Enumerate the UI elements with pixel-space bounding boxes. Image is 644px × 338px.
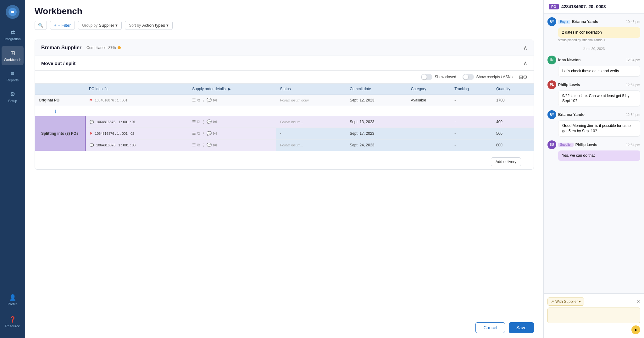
col-row-label: [35, 84, 85, 95]
workbench-icon: ⊞: [10, 50, 15, 57]
reports-icon: ≡: [11, 70, 14, 77]
chat-po-id: 4284184907: 20: 0003: [561, 4, 606, 9]
external-link-icon: ↗: [551, 299, 554, 304]
chat-icon[interactable]: 💬: [207, 131, 212, 136]
chevron-down-icon: ▾: [166, 23, 169, 28]
sidebar-item-workbench[interactable]: ⊞ Workbench: [2, 46, 24, 65]
comment-icon: 💬: [90, 120, 94, 124]
supplier-header[interactable]: Breman Supplier Compliance 87% ∧: [35, 40, 534, 56]
group-by-button[interactable]: Group by Supplier ▾: [78, 21, 122, 30]
chat-panel: PO 4284184907: 20: 0003 BY Buyer Brianna…: [543, 0, 644, 338]
close-chat-button[interactable]: ✕: [636, 299, 640, 304]
col-category: Category: [407, 84, 451, 95]
chat-input[interactable]: [547, 308, 640, 323]
sidebar-item-label: Workbench: [4, 58, 21, 62]
table-header-row: PO identifier Supply order details ▶ Sta…: [35, 84, 534, 95]
show-closed-control: Show closed: [421, 74, 456, 80]
table-settings-button[interactable]: ⊞⚙: [519, 74, 527, 80]
show-receipts-toggle[interactable]: [463, 74, 474, 80]
copy-icon[interactable]: ⧉: [197, 143, 200, 148]
action-icons-cell: ☰ ⧉ ⋮ 💬 ⋈: [188, 95, 276, 106]
save-button[interactable]: Save: [509, 322, 534, 333]
edit-icon[interactable]: ☰: [192, 98, 196, 103]
share-icon[interactable]: ⋈: [213, 98, 217, 103]
compliance-value: 87%: [108, 46, 116, 50]
edit-icon[interactable]: ☰: [192, 119, 196, 124]
role-badge: Buyer: [558, 20, 570, 24]
show-closed-toggle[interactable]: [421, 74, 432, 80]
sidebar-item-label: Setup: [8, 99, 17, 103]
filter-button[interactable]: + + Filter: [50, 21, 75, 30]
sidebar-item-label: Resource: [5, 324, 20, 328]
sidebar-item-profile[interactable]: 👤 Profile: [2, 290, 24, 310]
chat-message: PL Philip Lewis 12:34 pm 9/22 is too lat…: [547, 80, 640, 107]
expand-icon: ▶: [228, 87, 231, 91]
quantity-cell: 500: [492, 128, 534, 139]
sidebar-item-reports[interactable]: ≡ Reports: [2, 67, 24, 86]
date-divider: June 20, 2023: [547, 46, 640, 52]
compliance-dot-icon: [118, 46, 121, 49]
action-header[interactable]: Move out / split ∧: [35, 56, 534, 71]
cancel-button[interactable]: Cancel: [475, 322, 505, 333]
page-title: Workbench: [35, 6, 534, 16]
chat-icon[interactable]: 💬: [207, 119, 212, 124]
search-button[interactable]: 🔍: [35, 21, 47, 30]
copy-icon[interactable]: ⧉: [197, 119, 200, 124]
col-status: Status: [276, 84, 346, 95]
resource-icon: ❓: [9, 316, 16, 323]
chat-input-area: ↗ With Supplier ▾ ✕ ➤: [544, 293, 644, 338]
split-icon[interactable]: ⋮: [201, 131, 205, 136]
message-time: 12:34 pm: [626, 143, 640, 147]
status-cell: -: [276, 128, 346, 139]
chat-message: BY Brianna Yando 12:34 pm Good Morning J…: [547, 110, 640, 137]
chat-message: SU Supplier Philip Lewis 12:34 pm Yes, w…: [547, 140, 640, 161]
split-label-cell: Splitting into (3) POs: [35, 116, 85, 151]
col-quantity: Quantity: [492, 84, 534, 95]
split-icon[interactable]: ⋮: [201, 119, 205, 124]
edit-icon[interactable]: ☰: [192, 143, 196, 148]
with-supplier-button[interactable]: ↗ With Supplier ▾: [547, 297, 584, 306]
chat-input-header: ↗ With Supplier ▾ ✕: [547, 297, 640, 306]
share-icon[interactable]: ⋈: [213, 119, 217, 124]
chat-icon[interactable]: 💬: [207, 98, 212, 103]
status-cell: Porem ipsum...: [276, 116, 346, 128]
commit-date-cell: Sept. 13, 2023: [346, 116, 407, 128]
share-icon[interactable]: ⋈: [213, 143, 217, 148]
message-header: SU Supplier Philip Lewis 12:34 pm: [547, 140, 640, 149]
flag-icon: ⚑: [90, 132, 93, 135]
edit-icon[interactable]: ☰: [192, 131, 196, 136]
tracking-cell: -: [451, 116, 492, 128]
footer-actions: Cancel Save: [25, 317, 543, 338]
action-title: Move out / split: [41, 61, 75, 66]
avatar: PL: [547, 80, 556, 89]
split-icon[interactable]: ⋮: [201, 143, 205, 148]
category-cell: Available: [407, 95, 451, 106]
share-icon[interactable]: ⋈: [213, 131, 217, 136]
message-header: PL Philip Lewis 12:34 pm: [547, 80, 640, 89]
send-button[interactable]: ➤: [631, 325, 640, 334]
chat-icon[interactable]: 💬: [207, 143, 212, 148]
add-delivery-button[interactable]: Add delivery: [491, 157, 521, 166]
profile-icon: 👤: [9, 294, 16, 301]
copy-icon[interactable]: ⧉: [197, 131, 200, 136]
col-tracking: Tracking: [451, 84, 492, 95]
table-row: Splitting into (3) POs 💬 1064816876 : 1 …: [35, 116, 534, 128]
action-icons-cell: ☰ ⧉ ⋮ 💬 ⋈: [188, 139, 276, 151]
tracking-cell: -: [451, 95, 492, 106]
copy-icon[interactable]: ⧉: [197, 98, 200, 103]
message-header: BY Buyer Brianna Yando 10:46 pm: [547, 17, 640, 26]
sidebar-item-resource[interactable]: ❓ Resource: [2, 312, 24, 332]
split-icon[interactable]: ⋮: [201, 98, 205, 103]
sort-by-button[interactable]: Sort by Action types ▾: [125, 21, 173, 30]
status-cell: Porem ipsum...: [276, 139, 346, 151]
content-area: Breman Supplier Compliance 87% ∧ Move ou…: [25, 33, 543, 317]
sidebar-item-integration[interactable]: ⇄ Integration: [2, 25, 24, 45]
show-receipts-control: Show receipts / ASNs: [463, 74, 513, 80]
show-closed-label: Show closed: [435, 75, 456, 79]
commit-date-cell: Sept. 17, 2023: [346, 128, 407, 139]
po-id-cell: 💬 1064816876 : 1 : 001 : 01: [85, 116, 188, 128]
sidebar-item-setup[interactable]: ⚙ Setup: [2, 87, 24, 106]
toggle-thumb: [463, 74, 468, 79]
send-icon: ➤: [634, 327, 638, 332]
message-bubble: Good Morning Jim- is it possible for us …: [558, 120, 640, 137]
